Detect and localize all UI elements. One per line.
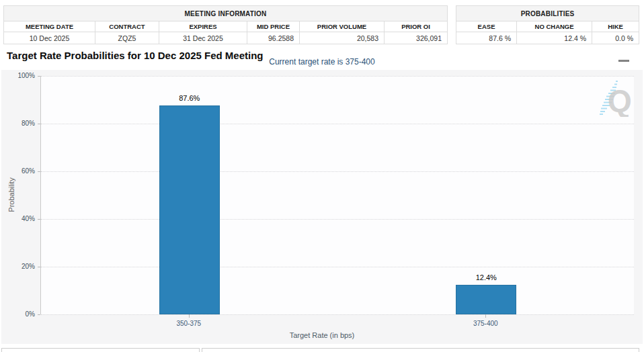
cell-hike: 0.0 % <box>592 32 639 44</box>
bar-value-label: 12.4% <box>452 273 520 281</box>
cell-prior-oi: 326,091 <box>385 32 448 44</box>
fedwatch-page: MEETING INFORMATION MEETING DATE CONTRAC… <box>0 0 644 352</box>
x-axis-tick <box>189 314 190 318</box>
gridline <box>41 314 634 315</box>
col-prior-oi: PRIOR OI <box>385 21 448 32</box>
gridline <box>41 267 634 267</box>
y-axis-tick <box>38 267 40 267</box>
svg-text:Q: Q <box>608 83 632 117</box>
cell-mid-price: 96.2588 <box>247 32 300 44</box>
probabilities-title: PROBABILITIES <box>456 6 639 21</box>
col-hike: HIKE <box>592 21 639 32</box>
y-axis-label: 20% <box>1 263 35 270</box>
chart-panel: Target Rate Probabilities for 10 Dec 202… <box>1 46 643 344</box>
col-expires: EXPIRES <box>159 21 247 32</box>
plot-area: 87.6%12.4% <box>40 76 634 314</box>
cell-prior-volume: 20,583 <box>300 32 385 44</box>
probabilities-header-row: EASE NO CHANGE HIKE <box>456 21 639 32</box>
x-axis-label: 350-375 <box>149 320 229 327</box>
cell-contract: ZQZ5 <box>95 32 159 44</box>
x-axis-label: 375-400 <box>445 320 526 327</box>
col-contract: CONTRACT <box>95 21 159 32</box>
meeting-information-data-row: 10 Dec 2025 ZQZ5 31 Dec 2025 96.2588 20,… <box>4 32 448 44</box>
probability-bar-350-375[interactable] <box>159 105 220 314</box>
x-axis-tick <box>485 314 486 318</box>
cell-meeting-date: 10 Dec 2025 <box>4 32 95 44</box>
probabilities-table: PROBABILITIES EASE NO CHANGE HIKE 87.6 %… <box>456 5 639 44</box>
y-axis-title: Probability <box>7 177 15 212</box>
y-axis-tick <box>38 314 40 315</box>
chart-body: 87.6%12.4% Probability Target Rate (in b… <box>1 70 643 344</box>
col-meeting-date: MEETING DATE <box>4 21 95 32</box>
probability-bar-375-400[interactable] <box>456 285 516 314</box>
top-tables: MEETING INFORMATION MEETING DATE CONTRAC… <box>3 5 639 44</box>
y-axis-label: 100% <box>1 72 35 79</box>
chart-subtitle: Current target rate is 375-400 <box>1 57 643 67</box>
cell-expires: 31 Dec 2025 <box>159 32 247 44</box>
gridline <box>41 219 634 220</box>
x-axis-title: Target Rate (in bps) <box>1 331 643 339</box>
y-axis-label: 0% <box>1 310 35 318</box>
y-axis-label: 80% <box>1 120 35 127</box>
probabilities-data-row: 87.6 % 12.4 % 0.0 % <box>456 32 639 44</box>
bar-value-label: 87.6% <box>156 94 223 102</box>
y-axis-label: 40% <box>1 215 35 222</box>
next-panel-stub-right <box>202 348 639 352</box>
quikstrike-watermark-icon: Q <box>594 78 633 117</box>
col-no-change: NO CHANGE <box>517 21 592 32</box>
gridline <box>41 124 634 124</box>
cell-ease: 87.6 % <box>456 32 517 44</box>
col-mid-price: MID PRICE <box>247 21 300 32</box>
gridline <box>41 171 634 172</box>
gridline <box>41 76 634 77</box>
y-axis-label: 60% <box>1 167 35 175</box>
y-axis-tick <box>38 171 40 172</box>
meeting-information-header-row: MEETING DATE CONTRACT EXPIRES MID PRICE … <box>4 21 448 32</box>
y-axis-tick <box>38 124 40 124</box>
cell-no-change: 12.4 % <box>517 32 592 44</box>
meeting-information-table: MEETING INFORMATION MEETING DATE CONTRAC… <box>3 5 448 44</box>
col-prior-volume: PRIOR VOLUME <box>300 21 385 32</box>
next-panel-stub-left <box>1 348 200 352</box>
y-axis-tick <box>38 76 40 77</box>
y-axis-tick <box>38 219 40 220</box>
meeting-information-title: MEETING INFORMATION <box>4 6 448 21</box>
col-ease: EASE <box>456 21 517 32</box>
